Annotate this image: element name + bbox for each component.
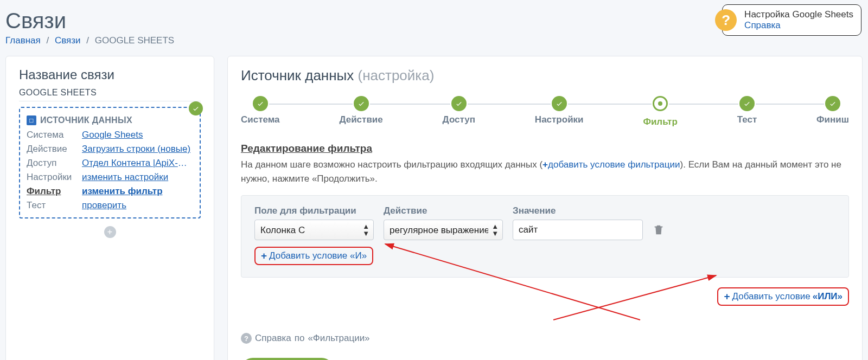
source-row-key: Фильтр bbox=[27, 186, 79, 197]
delete-icon[interactable] bbox=[653, 224, 665, 236]
source-box-title: ИСТОЧНИК ДАННЫХ bbox=[40, 115, 132, 125]
step-Тест[interactable]: Тест bbox=[737, 96, 757, 125]
source-row-link[interactable]: изменить фильтр bbox=[82, 186, 193, 197]
breadcrumb-links[interactable]: Связи bbox=[55, 35, 81, 46]
step-current-icon bbox=[653, 96, 668, 111]
step-Действие[interactable]: Действие bbox=[339, 96, 382, 125]
filter-section-title: Редактирование фильтра bbox=[241, 143, 849, 155]
help-link[interactable]: Справка bbox=[255, 333, 291, 344]
help-badge[interactable]: ? Настройка Google Sheets Справка bbox=[722, 4, 861, 36]
breadcrumb: Главная / Связи / GOOGLE SHEETS bbox=[5, 35, 863, 46]
step-Финиш[interactable]: Финиш bbox=[816, 96, 849, 125]
step-done-icon bbox=[739, 96, 755, 111]
breadcrumb-home[interactable]: Главная bbox=[5, 35, 41, 46]
sidebar: Название связи GOOGLE SHEETS □ ИСТОЧНИК … bbox=[5, 56, 214, 360]
source-row-key: Тест bbox=[27, 200, 79, 211]
add-connection-button[interactable]: + bbox=[104, 226, 116, 238]
continue-button[interactable]: Продолжить bbox=[241, 358, 334, 360]
source-row-link[interactable]: проверить bbox=[82, 200, 193, 211]
main-title: Источник данных (настройка) bbox=[241, 67, 849, 84]
plus-icon: + bbox=[261, 250, 267, 262]
step-label: Действие bbox=[339, 114, 382, 125]
breadcrumb-current: GOOGLE SHEETS bbox=[95, 35, 174, 46]
filter-field-select[interactable]: Колонка C bbox=[254, 220, 374, 240]
source-row-key: Система bbox=[27, 130, 79, 140]
question-icon: ? bbox=[241, 333, 252, 344]
stepper: СистемаДействиеДоступНастройкиФильтрТест… bbox=[241, 96, 849, 127]
filter-field-label: Поле для фильтрации bbox=[254, 205, 374, 216]
step-label: Настройки bbox=[535, 114, 584, 125]
filter-box: Поле для фильтрации Колонка C ▲▼ Действи… bbox=[241, 195, 849, 278]
add-filter-condition-link[interactable]: добавить условие фильтрации bbox=[548, 159, 680, 170]
source-box: □ ИСТОЧНИК ДАННЫХ СистемаGoogle SheetsДе… bbox=[19, 107, 201, 218]
step-label: Доступ bbox=[443, 114, 475, 125]
source-row-link[interactable]: Загрузить строки (новые) bbox=[82, 144, 193, 155]
source-row-key: Настройки bbox=[27, 172, 79, 183]
source-row-link[interactable]: Google Sheets bbox=[82, 130, 193, 140]
plus-icon: + bbox=[724, 291, 730, 303]
add-and-condition-button[interactable]: + Добавить условие «И» bbox=[254, 247, 373, 265]
step-done-icon bbox=[552, 96, 567, 111]
step-label: Фильтр bbox=[643, 117, 677, 127]
step-done-icon bbox=[825, 96, 840, 111]
source-icon: □ bbox=[27, 115, 36, 125]
step-Доступ[interactable]: Доступ bbox=[443, 96, 475, 125]
step-done-icon bbox=[253, 96, 268, 111]
sidebar-subtitle: GOOGLE SHEETS bbox=[19, 88, 201, 101]
help-line: ? Справка по «Фильтрации» bbox=[241, 333, 849, 344]
step-done-icon bbox=[451, 96, 467, 111]
step-Фильтр[interactable]: Фильтр bbox=[643, 96, 677, 127]
step-label: Тест bbox=[737, 114, 757, 125]
filter-value-input[interactable] bbox=[513, 220, 643, 240]
step-label: Система bbox=[241, 114, 280, 125]
add-or-condition-button[interactable]: + Добавить условие «ИЛИ» bbox=[717, 287, 849, 306]
sidebar-heading: Название связи bbox=[19, 67, 201, 82]
source-row-link[interactable]: изменить настройки bbox=[82, 172, 193, 183]
check-icon bbox=[189, 101, 203, 115]
step-Система[interactable]: Система bbox=[241, 96, 280, 125]
step-label: Финиш bbox=[816, 114, 849, 125]
source-row-key: Доступ bbox=[27, 158, 79, 169]
filter-action-label: Действие bbox=[384, 205, 503, 216]
filter-value-label: Значение bbox=[513, 205, 643, 216]
help-icon: ? bbox=[715, 9, 737, 31]
source-row-link[interactable]: Отдел Контента |ApiX-Drive bbox=[82, 158, 193, 169]
filter-action-select[interactable]: регулярное выражение bbox=[384, 220, 503, 240]
source-row-key: Действие bbox=[27, 144, 79, 155]
help-badge-link[interactable]: Справка bbox=[744, 20, 853, 31]
step-done-icon bbox=[354, 96, 369, 111]
main-panel: Источник данных (настройка) СистемаДейст… bbox=[227, 56, 863, 360]
step-Настройки[interactable]: Настройки bbox=[535, 96, 584, 125]
help-badge-title: Настройка Google Sheets bbox=[744, 9, 853, 20]
filter-section-desc: На данном шаге возможно настроить фильтр… bbox=[241, 158, 849, 185]
